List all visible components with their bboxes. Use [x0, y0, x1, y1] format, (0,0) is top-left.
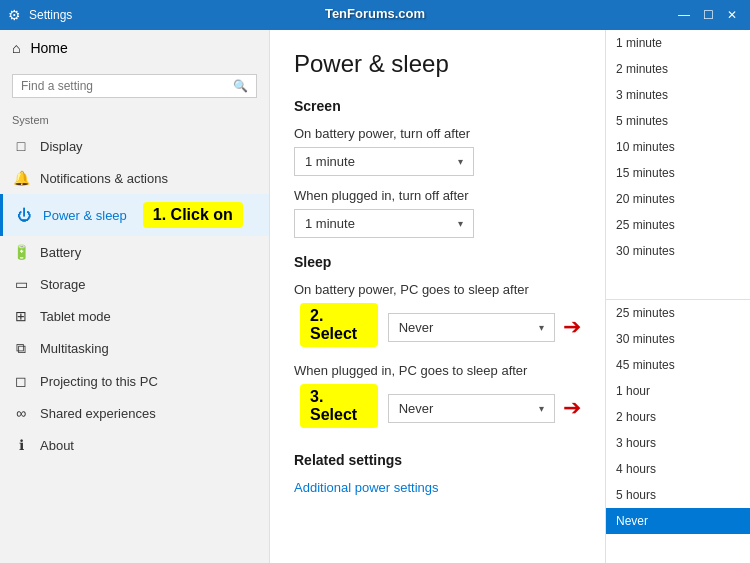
list-item-b-25min[interactable]: 25 minutes	[606, 300, 750, 326]
battery-icon: 🔋	[12, 244, 30, 260]
list-item-2min[interactable]: 2 minutes	[606, 56, 750, 82]
list-item-b-2hr[interactable]: 2 hours	[606, 404, 750, 430]
arrow-indicator-2: ➔	[563, 395, 581, 421]
sleep-battery-arrow: ▾	[539, 322, 544, 333]
list-item-b-5hr[interactable]: 5 hours	[606, 482, 750, 508]
sleep-battery-dropdown[interactable]: Never ▾	[388, 313, 555, 342]
step2-label: 2. Select	[300, 303, 378, 347]
shared-icon: ∞	[12, 405, 30, 421]
sidebar-item-home[interactable]: ⌂ Home	[0, 30, 269, 66]
sleep-plugged-arrow: ▾	[539, 403, 544, 414]
window-controls[interactable]: — ☐ ✕	[674, 8, 742, 22]
about-icon: ℹ	[12, 437, 30, 453]
bottom-dropdown-list[interactable]: 25 minutes 30 minutes 45 minutes 1 hour …	[606, 300, 750, 563]
list-item-25min[interactable]: 25 minutes	[606, 212, 750, 238]
storage-icon: ▭	[12, 276, 30, 292]
close-button[interactable]: ✕	[722, 8, 742, 22]
sidebar-label-tablet: Tablet mode	[40, 309, 111, 324]
home-label: Home	[30, 40, 67, 56]
list-item-b-30min[interactable]: 30 minutes	[606, 326, 750, 352]
maximize-button[interactable]: ☐	[698, 8, 718, 22]
sleep-battery-label: On battery power, PC goes to sleep after	[294, 282, 581, 297]
tablet-icon: ⊞	[12, 308, 30, 324]
multitasking-icon: ⧉	[12, 340, 30, 357]
sidebar-item-tablet[interactable]: ⊞ Tablet mode	[0, 300, 269, 332]
home-icon: ⌂	[12, 40, 20, 56]
battery-power-label: On battery power, turn off after	[294, 126, 581, 141]
sidebar-item-storage[interactable]: ▭ Storage	[0, 268, 269, 300]
sleep-section: Sleep On battery power, PC goes to sleep…	[294, 254, 581, 432]
sidebar-item-shared[interactable]: ∞ Shared experiences	[0, 397, 269, 429]
battery-dropdown[interactable]: 1 minute ▾	[294, 147, 474, 176]
list-item-30min[interactable]: 30 minutes	[606, 238, 750, 264]
list-item-15min[interactable]: 15 minutes	[606, 160, 750, 186]
sidebar-label-power: Power & sleep	[43, 208, 127, 223]
step3-container: 3. Select	[294, 384, 378, 428]
sidebar-item-projecting[interactable]: ◻ Projecting to this PC	[0, 365, 269, 397]
content-area: Power & sleep Screen On battery power, t…	[270, 30, 605, 563]
plugged-dropdown-row: 1 minute ▾	[294, 209, 581, 238]
sleep-battery-row: 2. Select Never ▾ ➔	[294, 303, 581, 351]
plugged-dropdown-value: 1 minute	[305, 216, 355, 231]
list-item-1min[interactable]: 1 minute	[606, 30, 750, 56]
screen-section-title: Screen	[294, 98, 581, 114]
sidebar-label-display: Display	[40, 139, 83, 154]
section-title: System	[0, 106, 269, 130]
settings-icon: ⚙	[8, 7, 21, 23]
notifications-icon: 🔔	[12, 170, 30, 186]
projecting-icon: ◻	[12, 373, 30, 389]
list-item-b-3hr[interactable]: 3 hours	[606, 430, 750, 456]
list-item-10min[interactable]: 10 minutes	[606, 134, 750, 160]
additional-power-link[interactable]: Additional power settings	[294, 480, 439, 495]
window-title: Settings	[29, 8, 72, 22]
sidebar-item-notifications[interactable]: 🔔 Notifications & actions	[0, 162, 269, 194]
plugged-dropdown[interactable]: 1 minute ▾	[294, 209, 474, 238]
main-container: ⌂ Home 🔍 System □ Display 🔔 Notification…	[0, 30, 750, 563]
search-box[interactable]: 🔍	[12, 74, 257, 98]
search-input[interactable]	[21, 79, 233, 93]
display-icon: □	[12, 138, 30, 154]
right-panel: 1 minute 2 minutes 3 minutes 5 minutes 1…	[605, 30, 750, 563]
sidebar-item-power[interactable]: ⏻ Power & sleep 1. Click on	[0, 194, 269, 236]
list-item-3min[interactable]: 3 minutes	[606, 82, 750, 108]
step3-label: 3. Select	[300, 384, 378, 428]
step1-label: 1. Click on	[143, 202, 243, 228]
sidebar-item-multitasking[interactable]: ⧉ Multitasking	[0, 332, 269, 365]
search-icon: 🔍	[233, 79, 248, 93]
sleep-plugged-label: When plugged in, PC goes to sleep after	[294, 363, 581, 378]
power-icon: ⏻	[15, 207, 33, 223]
sleep-plugged-row: 3. Select Never ▾ ➔	[294, 384, 581, 432]
list-item-b-1hr[interactable]: 1 hour	[606, 378, 750, 404]
sidebar-label-projecting: Projecting to this PC	[40, 374, 158, 389]
sidebar-label-storage: Storage	[40, 277, 86, 292]
list-item-20min[interactable]: 20 minutes	[606, 186, 750, 212]
top-dropdown-list[interactable]: 1 minute 2 minutes 3 minutes 5 minutes 1…	[606, 30, 750, 300]
list-item-5min[interactable]: 5 minutes	[606, 108, 750, 134]
sleep-plugged-value: Never	[399, 401, 434, 416]
plugged-dropdown-arrow: ▾	[458, 218, 463, 229]
list-item-b-never[interactable]: Never	[606, 508, 750, 534]
sidebar: ⌂ Home 🔍 System □ Display 🔔 Notification…	[0, 30, 270, 563]
sidebar-label-multitasking: Multitasking	[40, 341, 109, 356]
page-title: Power & sleep	[294, 50, 581, 78]
list-item-b-45min[interactable]: 45 minutes	[606, 352, 750, 378]
sidebar-item-about[interactable]: ℹ About	[0, 429, 269, 461]
sidebar-label-shared: Shared experiences	[40, 406, 156, 421]
arrow-indicator-1: ➔	[563, 314, 581, 340]
sleep-section-title: Sleep	[294, 254, 581, 270]
related-settings: Related settings Additional power settin…	[294, 452, 581, 495]
minimize-button[interactable]: —	[674, 8, 694, 22]
titlebar-left: ⚙ Settings	[8, 7, 72, 23]
battery-dropdown-row: 1 minute ▾	[294, 147, 581, 176]
sidebar-label-battery: Battery	[40, 245, 81, 260]
title-bar: ⚙ Settings TenForums.com — ☐ ✕	[0, 0, 750, 30]
battery-dropdown-arrow: ▾	[458, 156, 463, 167]
sleep-battery-value: Never	[399, 320, 434, 335]
step2-container: 2. Select	[294, 303, 378, 347]
list-item-b-4hr[interactable]: 4 hours	[606, 456, 750, 482]
watermark: TenForums.com	[325, 6, 425, 21]
sidebar-item-battery[interactable]: 🔋 Battery	[0, 236, 269, 268]
sidebar-item-display[interactable]: □ Display	[0, 130, 269, 162]
battery-dropdown-value: 1 minute	[305, 154, 355, 169]
sleep-plugged-dropdown[interactable]: Never ▾	[388, 394, 555, 423]
